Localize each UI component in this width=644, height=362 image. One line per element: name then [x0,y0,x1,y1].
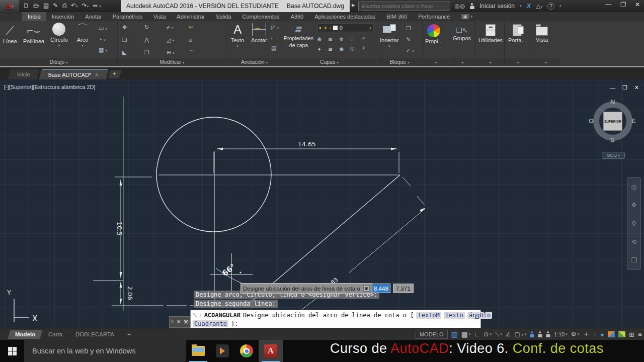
erase-icon[interactable]: ✄ [189,24,211,37]
mirror-icon[interactable]: ⋀ [144,37,167,49]
help-search-input[interactable] [358,2,450,11]
isometric-drafting-icon[interactable]: ⟍▾ [495,331,502,338]
orbit-icon[interactable]: ⟲ [631,238,637,246]
panel-title-capas[interactable]: Capas ▾ [283,58,376,66]
layout-tab-carta[interactable]: Carta [41,330,70,339]
dimension-10-5[interactable]: 10.5 [93,177,152,281]
linea-button[interactable]: ⟋ Línea [3,24,17,44]
recent-commands-icon[interactable]: ▾ [199,313,201,317]
panel-title-bloque[interactable]: Bloque ▾ [377,58,422,66]
system-variable-monitor-icon[interactable] [618,331,625,337]
layer-on-icon[interactable]: ● [319,26,321,30]
hatch-tool-icon[interactable]: ▦ ▾ [99,47,107,53]
arco-button[interactable]: ⌒ Arco ▾ [76,23,89,48]
viewcube-face-superior[interactable]: SUPERIOR [603,112,622,131]
workspace-switching-icon[interactable]: ⚙▾ [571,331,579,338]
hardware-acceleration-icon[interactable]: ● [600,331,604,338]
tab-vista[interactable]: Vista [148,12,171,21]
object-snap-tracking-icon[interactable]: ∠ [506,331,511,338]
tab-anotar[interactable]: Anotar [79,12,107,21]
portapapeles-button[interactable]: Porta... [508,24,526,43]
tab-aplicaciones-destacadas[interactable]: Aplicaciones destacadas [309,12,381,21]
layout-tab-modelo[interactable]: Modelo [8,330,42,339]
copy-icon[interactable]: ❏ [122,37,144,49]
entity-circle[interactable] [156,117,271,232]
open-file-icon[interactable]: 🗁 [33,2,39,9]
scu-button[interactable]: SCU ▾ [602,152,625,159]
layer-walk-icon[interactable]: ≜ [361,46,372,56]
drag-handle-icon[interactable]: ⠿ [171,320,174,324]
viewcube-west[interactable]: O [589,117,594,125]
panel-arrow-vista[interactable]: ▾ [532,58,560,66]
search-flyout-icon[interactable]: ▶ [352,3,355,8]
layer-prev-icon[interactable]: ✺ [339,46,350,56]
command-line-window[interactable]: ⟍ ▾ ACOANGULAR Designe ubicación del arc… [190,310,481,329]
signin-arrow-icon[interactable]: ▾ [520,4,522,8]
taskbar-chrome[interactable] [234,340,259,362]
navigation-wheel-icon[interactable]: ◎ [631,183,636,191]
tab-inicio[interactable]: Inicio [22,12,46,21]
leader-icon[interactable]: ◸ ▾ [271,24,279,31]
grid-display-icon[interactable]: ▦▾ [461,330,471,338]
edit-block-icon[interactable]: ✎ [406,36,414,43]
save-icon[interactable]: ▤ [43,2,49,9]
clean-screen-image-icon[interactable] [608,331,615,337]
panel-title-modificar[interactable]: Modificar ▾ [118,58,226,66]
option-angulo[interactable]: ángUlo [467,312,492,319]
drawing-restore-button[interactable]: ❐ [622,84,627,91]
option-texto[interactable]: Texto [444,312,465,319]
tab-complementos[interactable]: Complementos [237,12,285,21]
layer-freeze-icon[interactable]: ❄ [339,36,350,46]
panel-arrow-portapapeles[interactable]: ▾ [505,58,531,66]
polar-tracking-icon[interactable]: ⊙▾ [484,331,492,338]
layout-tab-doblecarta[interactable]: DOBLECARTA [68,330,122,339]
viewcube-north[interactable]: N [610,98,615,106]
signin-button[interactable]: Iniciar sesión [479,3,515,10]
zoom-extents-icon[interactable]: ⚲ [631,220,636,227]
modelo-button[interactable]: MODELO [416,330,448,339]
tab-a360[interactable]: A360 [285,12,309,21]
drawing-minimize-button[interactable]: — [610,84,615,91]
trim-icon[interactable]: ⌿ ▾ [167,24,189,37]
grupos-button[interactable]: ❏↖ Grupos [453,26,471,41]
layer-state-icon[interactable]: ≝ [361,36,372,46]
mleader-icon[interactable]: ⌐ [271,35,279,41]
option-cuadrante[interactable]: Cuadrante [193,320,228,327]
panel-title-dibujo[interactable]: Dibujo ▾ [0,58,117,66]
layer-thaw-icon[interactable]: ☀ [324,26,328,31]
move-icon[interactable]: ✥ [122,24,144,37]
current-scale[interactable]: 1:10▾ [554,331,568,337]
panel-arrow-propiedades[interactable]: ▾ [423,58,449,66]
circulo-button[interactable]: Círculo ▾ [50,23,68,48]
help-arrow-icon[interactable]: ▾ [559,4,561,8]
showmotion-icon[interactable]: ❒ [631,256,637,264]
propiedades-capa-button[interactable]: ≣ Propiedades de capa [284,25,313,48]
layout-tab-new[interactable]: + [120,330,138,339]
tab-performance[interactable]: Performance [413,12,455,21]
autoscale-icon[interactable] [538,331,542,337]
acotar-button[interactable]: ••• Acotar [251,23,267,43]
layer-isolate-icon[interactable]: ❋ [317,36,328,46]
rectangle-tool-icon[interactable]: ▭ ▾ [99,25,107,32]
dynamic-input-value-a[interactable]: 8.448 [372,284,390,293]
saveas-icon[interactable]: ✎ [53,2,58,9]
taskbar-file-explorer[interactable] [186,340,210,362]
start-button[interactable] [0,340,24,362]
viewport-controls[interactable]: [-][Superior][Estructura alámbrica 2D] [4,84,96,90]
a360-icon[interactable]: △▾ [536,3,542,10]
undo-icon[interactable]: ↶▾ [71,2,78,9]
snap-mode-icon[interactable]: ▥ [451,330,458,338]
tab-bim360[interactable]: BIM 360 [381,12,413,21]
workspace-icon[interactable]: ⏛ ▾ [93,2,101,9]
application-menu-button[interactable]: A▾ [0,0,19,13]
rotate-icon[interactable]: ↻ [144,24,167,37]
polilinea-button[interactable]: ⌐⌣ Polilínea [23,24,44,44]
layer-combo[interactable]: ● ☀ ▪ 0 ▾ [317,24,373,32]
viewcube-south[interactable]: S [610,136,615,144]
annotation-monitor-icon[interactable]: ＋ [583,330,590,339]
tooltip-cycle-icon[interactable]: ▣ [363,285,370,292]
panel-arrow-grupos[interactable]: ▾ [450,58,475,66]
panel-title-anotacion[interactable]: Anotación ▾ [227,58,282,66]
propiedades-button[interactable]: Propi... [425,24,443,44]
viewcube-east[interactable]: E [631,117,636,125]
